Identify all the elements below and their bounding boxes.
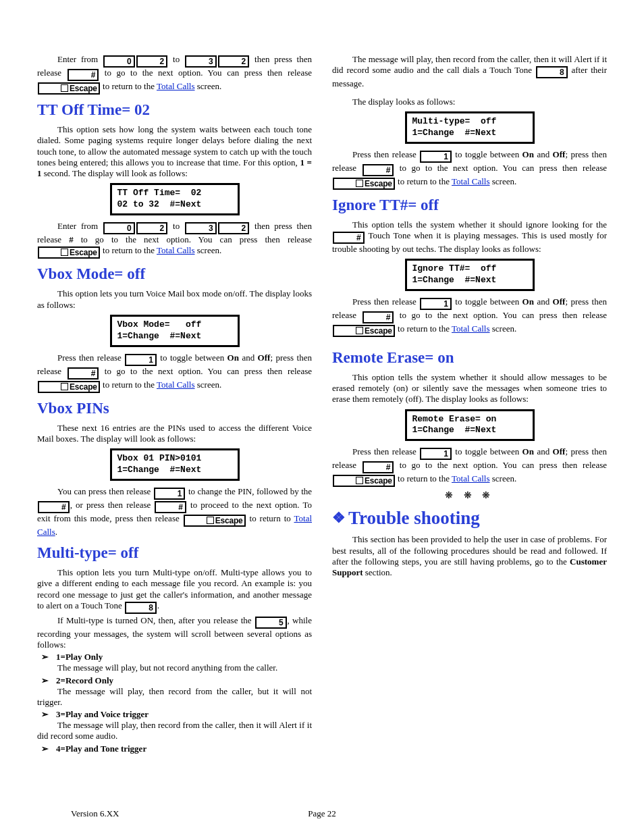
remote-after: Press then release 1 to toggle between O… <box>332 446 607 487</box>
text: to return to the <box>396 473 452 484</box>
option-3: ➢3=Play and Voice trigger <box>41 709 312 720</box>
lcd-remote-erase: Remote Erase= on 1=Change #=Next <box>405 409 535 442</box>
key-escape-icon: Escape <box>38 246 100 259</box>
text: to toggle between <box>452 296 522 307</box>
arrow-icon: ➢ <box>41 675 56 686</box>
key-3-icon: 3 <box>185 55 217 68</box>
remote-body: This option tells the system whether it … <box>332 372 607 405</box>
key-escape-icon: Escape <box>38 82 100 95</box>
page: Enter from 02 to 32 then press then rele… <box>0 0 644 834</box>
key-hash-icon: # <box>155 501 186 513</box>
option-1-text: The message will play, but not record an… <box>37 662 312 673</box>
total-calls-link[interactable]: Total Calls <box>157 81 195 91</box>
text: You can press then release <box>57 486 153 496</box>
text: screen. <box>490 323 517 334</box>
text: to go to the next option. You can press … <box>394 163 607 173</box>
vbox-mode-body: This option lets you turn Voice Mail box… <box>37 288 312 311</box>
key-8-icon: 8 <box>125 602 157 614</box>
text: Enter from <box>57 221 103 231</box>
text: to return to the <box>396 323 452 334</box>
lcd-vbox-mode: Vbox Mode= off 1=Change #=Next <box>110 315 240 347</box>
key-hash-icon: # <box>38 501 70 513</box>
key-escape-icon: Escape <box>38 381 100 393</box>
key-hash-icon: # <box>333 232 365 244</box>
section-divider-stars-icon: ❋ ❋ ❋ <box>332 490 607 501</box>
total-calls-link[interactable]: Total Calls <box>452 473 490 484</box>
option-label: 1=Play Only <box>56 652 103 662</box>
text: to go to the next option. You can press … <box>394 310 607 320</box>
key-escape-icon: Escape <box>333 325 395 337</box>
key-1-icon: 1 <box>125 354 157 366</box>
lcd-tt-off: TT Off Time= 02 02 to 32 #=Next <box>110 183 240 215</box>
arrow-icon: ➢ <box>41 652 56 662</box>
text: to toggle between <box>452 446 522 457</box>
text: Press then release <box>57 353 124 363</box>
text: On <box>522 149 534 159</box>
key-2-icon: 2 <box>218 55 250 68</box>
multi-body: This option lets you turn Multi-type on/… <box>37 567 312 614</box>
text: This section has been provided to help t… <box>332 534 607 567</box>
lcd-multi-type: Multi-type= off 1=Change #=Next <box>405 111 535 144</box>
option-4-text: The message will play, then record from … <box>332 54 607 90</box>
text: On <box>522 296 534 307</box>
key-3-icon: 3 <box>185 222 217 234</box>
key-1-icon: 1 <box>420 151 452 163</box>
text: If Multi-type is turned ON, then, after … <box>57 615 254 625</box>
total-calls-link[interactable]: Total Calls <box>452 323 490 334</box>
total-calls-link[interactable]: Total Calls <box>157 380 195 390</box>
option-label: 3=Play and Voice trigger <box>56 709 149 720</box>
text: to toggle between <box>452 149 522 159</box>
trouble-body: This section has been provided to help t… <box>332 534 607 578</box>
ignore-after: Press then release 1 to toggle between O… <box>332 296 607 337</box>
text: to go to the next option. You can press … <box>99 366 312 376</box>
vbox-mode-after: Press then release 1 to toggle between O… <box>37 353 312 393</box>
text: to return to <box>246 513 294 523</box>
tt-off-body: This option sets how long the system wai… <box>37 124 312 179</box>
heading-text: Trouble shooting <box>348 508 480 528</box>
vbox-pins-after: You can press then release 1 to change t… <box>37 486 312 538</box>
text: to change the PIN, followed by the <box>186 486 312 496</box>
multi-after: Press then release 1 to toggle between O… <box>332 149 607 190</box>
heading-trouble-shooting: ❖Trouble shooting <box>332 508 607 529</box>
key-escape-icon: Escape <box>333 178 395 190</box>
option-1: ➢1=Play Only <box>41 652 312 662</box>
key-1-icon: 1 <box>420 298 452 310</box>
text: Touch Tone when it is playing messages. … <box>332 230 607 254</box>
footer-page-number: Page 22 <box>0 808 644 819</box>
key-1-icon: 1 <box>154 488 186 500</box>
intro-paragraph: Enter from 02 to 32 then press then rele… <box>37 54 312 95</box>
text: This option sets how long the system wai… <box>37 124 312 167</box>
key-hash-icon: # <box>363 461 394 473</box>
option-label: 2=Record Only <box>56 675 113 686</box>
key-1-icon: 1 <box>420 448 452 460</box>
text: Press then release <box>352 296 419 307</box>
text: Enter from <box>57 54 103 64</box>
text: Off <box>258 353 271 363</box>
text: screen. <box>195 81 222 91</box>
lcd-ignore-tt: Ignore TT#= off 1=Change #=Next <box>405 259 535 291</box>
heading-ignore-tt: Ignore TT#= off <box>332 197 607 214</box>
total-calls-link[interactable]: Total Calls <box>157 245 195 255</box>
diamond-icon: ❖ <box>332 509 346 527</box>
text: . <box>157 600 159 610</box>
total-calls-link[interactable]: Total Calls <box>452 176 490 186</box>
text: second. The display will look as follows… <box>42 168 188 178</box>
text: On <box>227 353 239 363</box>
text: and <box>534 149 553 159</box>
vbox-pins-body: These next 16 entries are the PINs used … <box>37 423 312 445</box>
lcd-vbox-pin: Vbox 01 PIN>0101 1=Change #=Next <box>110 448 240 481</box>
text: and <box>534 296 553 307</box>
text: screen. <box>490 473 517 484</box>
text: to return to the <box>396 176 452 186</box>
text: On <box>522 446 534 457</box>
tt-off-after: Enter from 02 to 32 then press then rele… <box>37 221 312 259</box>
text: This option lets you turn Multi-type on/… <box>37 567 312 610</box>
heading-multi-type: Multi-type= off <box>37 544 312 562</box>
text: Press then release <box>352 446 419 457</box>
text: This option tells the system whether it … <box>352 219 607 230</box>
text: to <box>168 221 184 231</box>
key-0-icon: 0 <box>103 222 135 234</box>
key-5-icon: 5 <box>255 617 287 629</box>
text: Off <box>553 446 566 457</box>
heading-vbox-pins: Vbox PINs <box>37 400 312 417</box>
